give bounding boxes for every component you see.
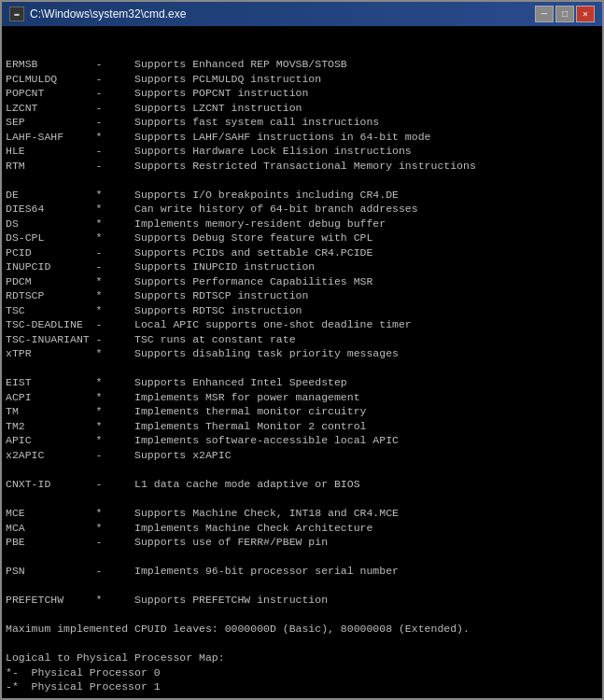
maximize-button[interactable]: □: [555, 6, 574, 22]
terminal-line: MCE * Supports Machine Check, INT18 and …: [6, 506, 598, 521]
close-button[interactable]: ✕: [576, 6, 595, 22]
terminal-line: -* Physical Processor 1: [6, 679, 598, 694]
terminal-line: [6, 579, 598, 594]
terminal-line: [6, 550, 598, 565]
terminal-line: LAHF-SAHF * Supports LAHF/SAHF instructi…: [6, 130, 598, 145]
terminal-line: [6, 462, 598, 477]
terminal-line: PREFETCHW * Supports PREFETCHW instructi…: [6, 593, 598, 608]
title-buttons: ─ □ ✕: [535, 6, 595, 22]
terminal-line: HLE - Supports Hardware Lock Elision ins…: [6, 144, 598, 159]
terminal-line: Logical to Physical Processor Map:: [6, 651, 598, 665]
terminal-line: RTM - Supports Restricted Transactional …: [6, 159, 598, 174]
terminal-line: [6, 173, 598, 188]
terminal-line: Maximum implemented CPUID leaves: 000000…: [6, 622, 598, 637]
terminal-line: [6, 361, 598, 376]
terminal-line: TSC-DEADLINE - Local APIC supports one-s…: [6, 317, 598, 332]
terminal-line: DS-CPL * Supports Debug Store feature wi…: [6, 231, 598, 245]
terminal-line: x2APIC - Supports x2APIC: [6, 448, 598, 463]
window-icon: ▬: [9, 7, 24, 21]
terminal-line: TSC * Supports RDTSC instruction: [6, 303, 598, 318]
terminal-line: *- Physical Processor 0: [6, 665, 598, 680]
terminal-line: DIES64 * Can write history of 64-bit bra…: [6, 202, 598, 217]
terminal-line: RDTSCP * Supports RDTSCP instruction: [6, 288, 598, 303]
window-title: C:\Windows\system32\cmd.exe: [30, 7, 186, 21]
terminal-line: TM2 * Implements Thermal Monitor 2 contr…: [6, 419, 598, 434]
terminal-line: POPCNT - Supports POPCNT instruction: [6, 86, 598, 101]
terminal-line: [6, 492, 598, 507]
terminal-line: TM * Implements thermal monitor circuitr…: [6, 404, 598, 419]
terminal-content: ERMSB - Supports Enhanced REP MOVSB/STOS…: [2, 26, 602, 698]
terminal-line: PBE - Supports use of FERR#/PBEW pin: [6, 535, 598, 550]
terminal-line: LZCNT - Supports LZCNT instruction: [6, 101, 598, 116]
terminal-line: PCLMULDQ - Supports PCLMULDQ instruction: [6, 72, 598, 87]
terminal-line: MCA * Implements Machine Check Architect…: [6, 521, 598, 536]
minimize-button[interactable]: ─: [535, 6, 554, 22]
terminal-line: TSC-INUARIANT - TSC runs at constant rat…: [6, 332, 598, 347]
terminal-line: EIST * Supports Enhanced Intel Speedstep: [6, 375, 598, 390]
terminal-line: PDCM * Supports Performance Capabilities…: [6, 274, 598, 289]
terminal-line: CNXT-ID - L1 data cache mode adaptive or…: [6, 477, 598, 492]
title-bar: ▬ C:\Windows\system32\cmd.exe ─ □ ✕: [2, 2, 602, 26]
terminal-line: ERMSB - Supports Enhanced REP MOVSB/STOS…: [6, 57, 598, 72]
terminal-line: xTPR * Supports disabling task priority …: [6, 346, 598, 361]
terminal-line: ACPI * Implements MSR for power manageme…: [6, 390, 598, 405]
cmd-window: ▬ C:\Windows\system32\cmd.exe ─ □ ✕ ERMS…: [0, 0, 604, 700]
terminal-line: [6, 694, 598, 698]
terminal-line: INUPCID - Supports INUPCID instruction: [6, 259, 598, 274]
terminal-line: APIC * Implements software-accessible lo…: [6, 433, 598, 448]
terminal-line: [6, 637, 598, 651]
terminal-line: PCID - Supports PCIDs and settable CR4.P…: [6, 245, 598, 260]
terminal-line: SEP - Supports fast system call instruct…: [6, 115, 598, 130]
terminal-line: [6, 608, 598, 623]
terminal-line: DS * Implements memory-resident debug bu…: [6, 217, 598, 231]
title-bar-left: ▬ C:\Windows\system32\cmd.exe: [9, 7, 186, 21]
terminal-line: PSN - Implements 96-bit processor serial…: [6, 564, 598, 579]
terminal-line: DE * Supports I/O breakpoints including …: [6, 188, 598, 203]
